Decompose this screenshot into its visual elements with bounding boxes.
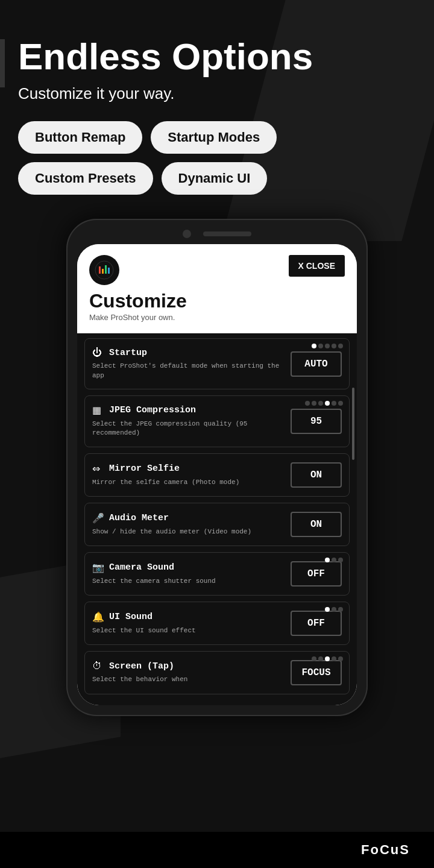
bottom-bar: FoCuS xyxy=(0,832,434,868)
tag-button-remap[interactable]: Button Remap xyxy=(18,121,142,154)
jpeg-left: ▦ JPEG Compression Select the JPEG compr… xyxy=(92,404,291,438)
app-logo xyxy=(89,255,119,285)
dot xyxy=(325,607,330,612)
dot xyxy=(325,401,330,406)
dot xyxy=(332,344,336,348)
phone-outer-shell: Customize Make ProShot your own. X CLOSE xyxy=(66,219,368,716)
dot xyxy=(325,656,330,661)
startup-title: Startup xyxy=(109,348,147,358)
main-title: Endless Options xyxy=(18,36,416,77)
audio-title-row: 🎤 Audio Meter xyxy=(92,512,283,524)
screen-tap-title: Screen (Tap) xyxy=(109,661,174,671)
startup-desc: Select ProShot's default mode when start… xyxy=(92,362,283,380)
close-button[interactable]: X CLOSE xyxy=(289,255,345,277)
header-section: Endless Options Customize it your way. B… xyxy=(0,0,434,213)
setting-ui-sound: 🔔 UI Sound Select the UI sound effect OF… xyxy=(84,602,350,645)
dot xyxy=(338,344,343,348)
svg-rect-3 xyxy=(105,265,107,274)
jpeg-title: JPEG Compression xyxy=(109,405,196,415)
mirror-title: Mirror Selfie xyxy=(109,464,180,474)
setting-startup: ⏻ Startup Select ProShot's default mode … xyxy=(84,338,350,389)
jpeg-desc: Select the JPEG compression quality (95 … xyxy=(92,420,283,438)
customize-header: Customize Make ProShot your own. X CLOSE xyxy=(77,244,357,333)
dot xyxy=(338,656,343,661)
phone-top-bar xyxy=(77,230,357,238)
audio-left: 🎤 Audio Meter Show / hide the audio mete… xyxy=(92,512,291,536)
audio-desc: Show / hide the audio meter (Video mode) xyxy=(92,527,283,536)
phone-speaker xyxy=(203,231,251,236)
startup-title-row: ⏻ Startup xyxy=(92,347,283,358)
screen-tap-icon: ⏱ xyxy=(92,661,104,671)
phone-inner-screen: Customize Make ProShot your own. X CLOSE xyxy=(77,244,357,705)
mirror-left: ⇔ Mirror Selfie Mirror the selfie camera… xyxy=(92,463,291,487)
dot xyxy=(332,607,336,612)
phone-camera xyxy=(183,230,191,238)
customize-title: Customize xyxy=(89,291,187,310)
subtitle: Customize it your way. xyxy=(18,84,416,103)
dot xyxy=(312,344,316,348)
ui-sound-title: UI Sound xyxy=(109,612,153,622)
camera-sound-left: 📷 Camera Sound Select the camera shutter… xyxy=(92,562,291,586)
header-accent xyxy=(0,39,5,87)
ui-sound-desc: Select the UI sound effect xyxy=(92,626,283,635)
ui-sound-left: 🔔 UI Sound Select the UI sound effect xyxy=(92,611,291,635)
camera-sound-dots xyxy=(325,558,343,562)
tags-container: Button Remap Startup Modes Custom Preset… xyxy=(18,121,416,195)
svg-point-0 xyxy=(95,261,113,279)
dot xyxy=(338,401,343,406)
screen-tap-left: ⏱ Screen (Tap) Select the behavior when xyxy=(92,661,291,684)
customize-subtitle: Make ProShot your own. xyxy=(89,313,175,322)
tag-startup-modes[interactable]: Startup Modes xyxy=(151,121,277,154)
startup-left: ⏻ Startup Select ProShot's default mode … xyxy=(92,347,291,380)
settings-list: ⏻ Startup Select ProShot's default mode … xyxy=(77,333,357,705)
svg-rect-1 xyxy=(99,266,101,274)
camera-sound-icon: 📷 xyxy=(92,562,104,573)
tag-custom-presets[interactable]: Custom Presets xyxy=(18,162,153,195)
dot xyxy=(338,607,343,612)
phone-scrollbar[interactable] xyxy=(352,388,354,460)
camera-sound-value-button[interactable]: OFF xyxy=(291,561,342,587)
svg-rect-2 xyxy=(102,269,104,274)
screen-tap-dots xyxy=(312,656,343,661)
dot xyxy=(312,656,316,661)
camera-sound-desc: Select the camera shutter sound xyxy=(92,577,283,586)
ui-sound-value-button[interactable]: OFF xyxy=(291,611,342,636)
dot xyxy=(325,558,330,562)
dot xyxy=(318,401,323,406)
customize-header-left: Customize Make ProShot your own. xyxy=(89,255,187,322)
mirror-desc: Mirror the selfie camera (Photo mode) xyxy=(92,478,283,487)
dot xyxy=(332,401,336,406)
mirror-value-button[interactable]: ON xyxy=(291,462,342,488)
jpeg-title-row: ▦ JPEG Compression xyxy=(92,404,283,416)
setting-audio: 🎤 Audio Meter Show / hide the audio mete… xyxy=(84,503,350,546)
setting-jpeg: ▦ JPEG Compression Select the JPEG compr… xyxy=(84,395,350,447)
screen-tap-value-button[interactable]: FOCUS xyxy=(291,660,342,685)
jpeg-icon: ▦ xyxy=(92,404,104,416)
jpeg-value-button[interactable]: 95 xyxy=(291,409,342,434)
dot xyxy=(332,558,336,562)
camera-sound-title-row: 📷 Camera Sound xyxy=(92,562,283,573)
mirror-title-row: ⇔ Mirror Selfie xyxy=(92,463,283,474)
dot xyxy=(312,401,316,406)
camera-sound-title: Camera Sound xyxy=(109,562,174,573)
jpeg-dots xyxy=(305,401,343,406)
mirror-icon: ⇔ xyxy=(92,463,104,474)
setting-camera-sound: 📷 Camera Sound Select the camera shutter… xyxy=(84,552,350,596)
setting-mirror: ⇔ Mirror Selfie Mirror the selfie camera… xyxy=(84,453,350,497)
audio-value-button[interactable]: ON xyxy=(291,512,342,537)
dot xyxy=(318,656,323,661)
dot xyxy=(318,344,323,348)
startup-value-button[interactable]: AUTO xyxy=(291,351,342,377)
dot xyxy=(332,656,336,661)
ui-sound-dots xyxy=(325,607,343,612)
phone-mockup: Customize Make ProShot your own. X CLOSE xyxy=(66,219,368,716)
tag-dynamic-ui[interactable]: Dynamic UI xyxy=(162,162,268,195)
dot xyxy=(325,344,330,348)
setting-screen-tap: ⏱ Screen (Tap) Select the behavior when … xyxy=(84,651,350,694)
startup-dots xyxy=(312,344,343,348)
startup-icon: ⏻ xyxy=(92,347,104,358)
dot xyxy=(305,401,310,406)
screen-tap-desc: Select the behavior when xyxy=(92,675,283,684)
screen-tap-title-row: ⏱ Screen (Tap) xyxy=(92,661,283,671)
ui-sound-icon: 🔔 xyxy=(92,611,104,623)
